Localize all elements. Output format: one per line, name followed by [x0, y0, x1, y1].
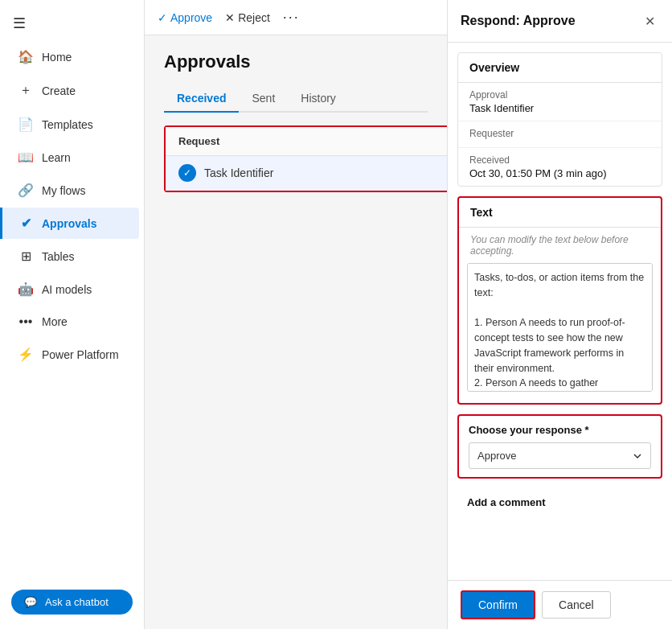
- sidebar-item-label: Tables: [42, 250, 74, 263]
- sidebar-item-home[interactable]: 🏠 Home: [5, 41, 139, 72]
- response-section: Choose your response * Approve Reject: [457, 414, 662, 479]
- approve-action[interactable]: ✓ Approve: [158, 11, 212, 24]
- chatbot-icon: 💬: [24, 596, 37, 608]
- panel-footer: Confirm Cancel: [448, 580, 672, 629]
- overview-received-row: Received Oct 30, 01:50 PM (3 min ago): [458, 148, 662, 186]
- main-area: ✓ Approve ✕ Reject ··· Approvals Receive…: [145, 0, 447, 629]
- tab-history[interactable]: History: [288, 85, 349, 113]
- cancel-button[interactable]: Cancel: [542, 591, 611, 619]
- sidebar: ☰ 🏠 Home ＋ Create 📄 Templates 📖 Learn 🔗 …: [0, 0, 145, 629]
- sidebar-item-aimodels[interactable]: 🤖 AI models: [5, 273, 139, 305]
- comment-label: Add a comment: [467, 496, 653, 508]
- sidebar-item-tables[interactable]: ⊞ Tables: [5, 240, 139, 272]
- overview-approval-label: Approval: [469, 89, 650, 101]
- table-row[interactable]: ✓ Task Identifier: [166, 156, 447, 191]
- more-actions[interactable]: ···: [283, 9, 300, 26]
- tabs-bar: Received Sent History: [164, 85, 428, 113]
- learn-icon: 📖: [18, 150, 34, 165]
- response-label: Choose your response *: [469, 424, 651, 436]
- overview-requester-row: Requester: [458, 121, 662, 148]
- sidebar-item-approvals[interactable]: ✔ Approvals: [0, 208, 139, 239]
- right-panel: Respond: Approve ✕ Overview Approval Tas…: [447, 0, 672, 629]
- sidebar-item-label: Templates: [42, 118, 93, 131]
- approve-label: Approve: [170, 11, 212, 24]
- more-icon: •••: [18, 314, 34, 329]
- sidebar-item-label: Approvals: [42, 217, 96, 230]
- panel-body: Overview Approval Task Identifier Reques…: [448, 43, 672, 580]
- sidebar-item-label: Create: [42, 84, 76, 97]
- toolbar: ✓ Approve ✕ Reject ···: [145, 0, 447, 35]
- approve-check-icon: ✓: [158, 11, 167, 24]
- confirm-button[interactable]: Confirm: [461, 590, 535, 619]
- aimodels-icon: 🤖: [18, 282, 34, 297]
- overview-received-value: Oct 30, 01:50 PM (3 min ago): [469, 167, 650, 179]
- text-textarea[interactable]: [467, 263, 653, 392]
- overview-approval-row: Approval Task Identifier: [458, 83, 662, 121]
- sidebar-item-myflows[interactable]: 🔗 My flows: [5, 175, 139, 206]
- overview-section: Overview Approval Task Identifier Reques…: [457, 52, 662, 187]
- overview-received-label: Received: [469, 154, 650, 166]
- overview-requester-label: Requester: [469, 128, 650, 139]
- reject-label: Reject: [238, 11, 270, 24]
- sidebar-item-powerplatform[interactable]: ⚡ Power Platform: [5, 339, 139, 370]
- check-icon: ✓: [178, 164, 196, 182]
- sidebar-item-label: My flows: [42, 184, 85, 197]
- request-item-name: Task Identifier: [204, 166, 273, 179]
- create-icon: ＋: [18, 82, 34, 99]
- sidebar-item-learn[interactable]: 📖 Learn: [5, 142, 139, 173]
- request-column-header: Request: [166, 127, 447, 156]
- text-section: Text You can modify the text below befor…: [457, 196, 662, 405]
- tables-icon: ⊞: [18, 249, 34, 264]
- home-icon: 🏠: [18, 49, 34, 64]
- sidebar-item-create[interactable]: ＋ Create: [5, 74, 139, 107]
- hamburger-menu[interactable]: ☰: [0, 6, 144, 40]
- sidebar-item-templates[interactable]: 📄 Templates: [5, 109, 139, 140]
- chatbot-button[interactable]: 💬 Ask a chatbot: [11, 590, 133, 615]
- templates-icon: 📄: [18, 117, 34, 132]
- approvals-icon: ✔: [18, 216, 34, 231]
- sidebar-item-label: Home: [42, 51, 72, 64]
- chatbot-label: Ask a chatbot: [45, 596, 109, 608]
- overview-approval-value: Task Identifier: [469, 102, 650, 114]
- reject-x-icon: ✕: [225, 11, 235, 24]
- sidebar-item-label: Power Platform: [42, 348, 119, 361]
- comment-section: Add a comment: [457, 488, 662, 523]
- page-title: Approvals: [164, 51, 428, 72]
- approvals-content: Approvals Received Sent History Request …: [145, 35, 447, 629]
- tab-received[interactable]: Received: [164, 85, 239, 113]
- panel-header: Respond: Approve ✕: [448, 0, 672, 43]
- response-select[interactable]: Approve Reject: [469, 442, 651, 469]
- powerplatform-icon: ⚡: [18, 347, 34, 362]
- panel-title: Respond: Approve: [461, 14, 576, 28]
- requests-table: Request ✓ Task Identifier: [164, 125, 447, 192]
- myflows-icon: 🔗: [18, 183, 34, 198]
- sidebar-item-more[interactable]: ••• More: [5, 306, 139, 337]
- reject-action[interactable]: ✕ Reject: [225, 11, 270, 24]
- sidebar-item-label: More: [42, 315, 68, 328]
- sidebar-item-label: AI models: [42, 283, 92, 296]
- sidebar-item-label: Learn: [42, 151, 71, 164]
- close-button[interactable]: ✕: [640, 11, 659, 31]
- tab-sent[interactable]: Sent: [239, 85, 288, 113]
- text-hint: You can modify the text below before acc…: [459, 228, 661, 263]
- overview-header: Overview: [458, 53, 662, 83]
- text-section-header: Text: [459, 198, 661, 228]
